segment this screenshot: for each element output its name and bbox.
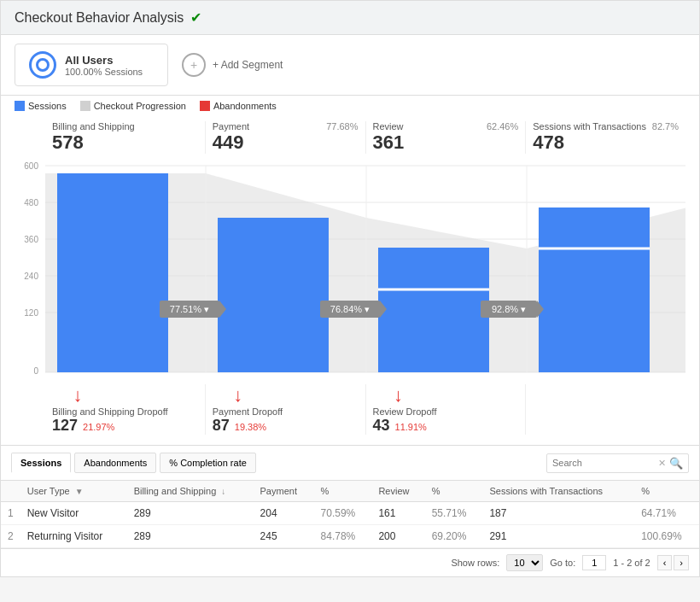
- th-payment-pct: %: [314, 481, 372, 502]
- dropoff-label-2: Review Dropoff: [373, 406, 519, 417]
- data-table: User Type ▼ Billing and Shipping ↓ Payme…: [1, 481, 699, 548]
- th-num: [1, 481, 20, 502]
- show-rows-select[interactable]: 10 25 50: [506, 554, 543, 571]
- table-row: 1 New Visitor 289 204 70.59% 161 55.71% …: [1, 502, 699, 525]
- pagination-nav: ‹ ›: [657, 555, 689, 570]
- badge-text-0: 77.51% ▾: [170, 304, 209, 314]
- check-icon: ✔: [190, 9, 201, 26]
- search-input[interactable]: [552, 458, 655, 468]
- dropoff-value-0: 127: [52, 417, 78, 435]
- billing-1: 289: [127, 502, 254, 525]
- th-payment[interactable]: Payment: [254, 481, 314, 502]
- payment-1: 204: [254, 502, 314, 525]
- bar-review: [378, 248, 489, 372]
- dropoff-pct-2: 11.91%: [395, 422, 427, 432]
- th-transactions: Sessions with Transactions: [482, 481, 634, 502]
- page-container: Checkout Behavior Analysis ✔ All Users 1…: [0, 0, 700, 577]
- th-usertype[interactable]: User Type ▼: [20, 481, 127, 502]
- dropoff-col-2: ↓ Review Dropoff 43 11.91%: [366, 384, 527, 435]
- col-title-0: Billing and Shipping: [52, 121, 198, 132]
- badge-text-1: 76.84% ▾: [330, 304, 370, 314]
- legend-sessions-label: Sessions: [28, 101, 67, 111]
- page-title: Checkout Behavior Analysis: [15, 10, 184, 26]
- sessions-color: [15, 101, 25, 111]
- payment-pct-2: 84.78%: [314, 525, 372, 548]
- col-pct-1: 77.68%: [326, 121, 358, 132]
- legend-abandonments-label: Abandonments: [213, 101, 277, 111]
- payment-pct-1: 70.59%: [314, 502, 372, 525]
- chart-legend: Sessions Checkout Progression Abandonmen…: [1, 96, 699, 116]
- col-headers-row: Billing and Shipping 578 Payment 77.68% …: [45, 121, 685, 154]
- th-review[interactable]: Review: [371, 481, 424, 502]
- legend-abandonments: Abandonments: [200, 101, 277, 111]
- dropoff-label-1: Payment Dropoff: [213, 406, 359, 417]
- th-billing[interactable]: Billing and Shipping ↓: [127, 481, 254, 502]
- segment-info: All Users 100.00% Sessions: [65, 54, 143, 77]
- go-to-input[interactable]: [582, 555, 606, 570]
- col-header-3: Sessions with Transactions 82.7% 478: [526, 121, 685, 154]
- table-header: User Type ▼ Billing and Shipping ↓ Payme…: [1, 481, 699, 502]
- segment-sessions: 100.00% Sessions: [65, 67, 143, 77]
- dropoff-col-0: ↓ Billing and Shipping Dropoff 127 21.97…: [45, 384, 206, 435]
- dropoff-col-3-empty: [526, 384, 685, 435]
- prev-page-button[interactable]: ‹: [657, 555, 673, 570]
- col-header-0: Billing and Shipping 578: [45, 121, 206, 154]
- dropoff-cols: ↓ Billing and Shipping Dropoff 127 21.97…: [45, 384, 685, 435]
- add-segment-button[interactable]: + + Add Segment: [182, 53, 283, 77]
- dropoff-arrow-2: ↓: [373, 384, 424, 406]
- table-tabs-row: Sessions Abandonments % Completion rate …: [1, 446, 699, 481]
- table-body: 1 New Visitor 289 204 70.59% 161 55.71% …: [1, 502, 699, 548]
- svg-text:0: 0: [33, 366, 38, 376]
- user-type-2: Returning Visitor: [20, 525, 127, 548]
- tab-abandonments[interactable]: Abandonments: [74, 453, 156, 473]
- search-icon[interactable]: 🔍: [669, 457, 683, 470]
- chart-svg-area: 600 480 360 240 120 0: [15, 157, 685, 379]
- add-segment-icon: +: [182, 53, 206, 77]
- table-row: 2 Returning Visitor 289 245 84.78% 200 6…: [1, 525, 699, 548]
- table-header-row: User Type ▼ Billing and Shipping ↓ Payme…: [1, 481, 699, 502]
- search-wrap: ✕ 🔍: [546, 453, 689, 473]
- th-review-pct: %: [425, 481, 483, 502]
- th-transactions-pct: %: [634, 481, 699, 502]
- dropoff-section: ↓ Billing and Shipping Dropoff 127 21.97…: [15, 379, 685, 441]
- row-num-1: 1: [1, 502, 20, 525]
- col-title-2: Review: [373, 121, 404, 132]
- clear-search-icon[interactable]: ✕: [658, 458, 666, 469]
- review-2: 200: [371, 525, 424, 548]
- add-segment-label: + Add Segment: [213, 59, 283, 71]
- dropoff-arrow-0: ↓: [52, 384, 103, 406]
- dropoff-pct-1: 19.38%: [235, 422, 266, 432]
- billing-2: 289: [127, 525, 254, 548]
- page-header: Checkout Behavior Analysis ✔: [1, 1, 699, 35]
- legend-sessions: Sessions: [15, 101, 67, 111]
- y-axis-spacer: [15, 121, 45, 154]
- dropoff-spacer: [15, 384, 45, 435]
- transactions-pct-2: 100.69%: [634, 525, 699, 548]
- abandonments-color: [200, 101, 210, 111]
- main-chart-svg: 600 480 360 240 120 0: [15, 157, 685, 379]
- bar-payment: [218, 218, 329, 372]
- review-pct-2: 69.20%: [425, 525, 483, 548]
- transactions-2: 291: [482, 525, 634, 548]
- col-title-1: Payment: [213, 121, 249, 132]
- tab-sessions[interactable]: Sessions: [11, 453, 71, 473]
- svg-text:600: 600: [24, 161, 38, 171]
- transactions-pct-1: 64.71%: [634, 502, 699, 525]
- payment-2: 245: [254, 525, 314, 548]
- segment-bar: All Users 100.00% Sessions + + Add Segme…: [1, 35, 699, 96]
- go-to-label: Go to:: [550, 558, 575, 568]
- legend-progression-label: Checkout Progression: [94, 101, 186, 111]
- svg-text:480: 480: [24, 198, 38, 207]
- next-page-button[interactable]: ›: [674, 555, 689, 570]
- svg-text:360: 360: [24, 235, 38, 244]
- user-type-1: New Visitor: [20, 502, 127, 525]
- bar-transactions: [539, 207, 650, 372]
- col-header-2: Review 62.46% 361: [366, 121, 527, 154]
- dropoff-value-2: 43: [373, 417, 390, 435]
- col-title-3: Sessions with Transactions: [533, 121, 646, 132]
- tab-completion[interactable]: % Completion rate: [160, 453, 256, 473]
- dropoff-label-0: Billing and Shipping Dropoff: [52, 406, 198, 417]
- sort-icon-usertype[interactable]: ▼: [75, 487, 84, 496]
- sort-icon-billing[interactable]: ↓: [221, 487, 225, 496]
- all-users-segment[interactable]: All Users 100.00% Sessions: [15, 44, 168, 86]
